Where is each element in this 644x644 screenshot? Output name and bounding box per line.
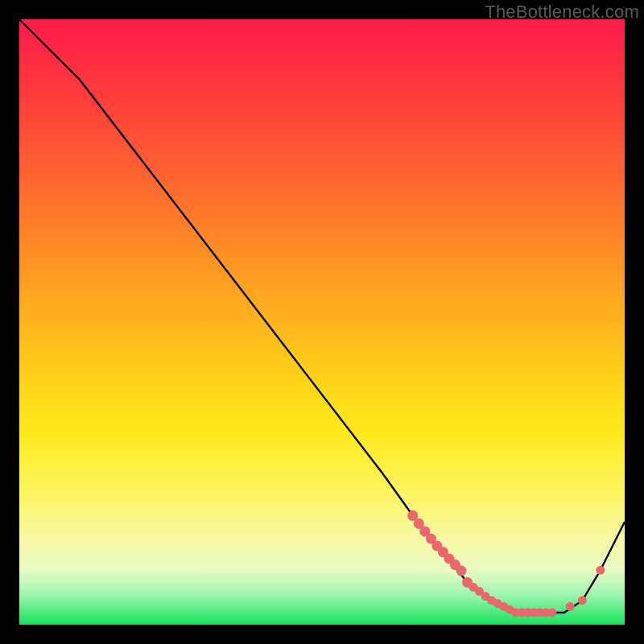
curve-layer <box>19 19 625 625</box>
watermark-text: TheBottleneck.com <box>485 2 639 23</box>
highlight-dot <box>456 566 467 576</box>
highlight-dot <box>578 596 587 605</box>
highlight-dot <box>596 566 605 575</box>
highlight-dot <box>566 602 575 611</box>
highlight-dot <box>547 609 556 617</box>
plot-area <box>19 19 625 625</box>
highlight-dots <box>407 510 605 617</box>
bottleneck-curve <box>19 19 625 613</box>
chart-frame: TheBottleneck.com <box>0 0 644 644</box>
